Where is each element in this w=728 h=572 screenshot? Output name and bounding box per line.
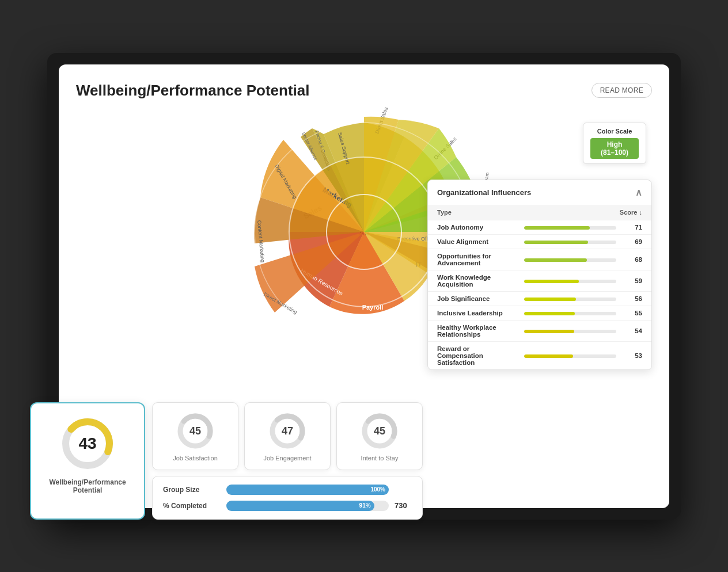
org-influencers-table: Type Score ↓ Job Autonomy 71 Value Align…: [428, 205, 651, 369]
collapse-icon[interactable]: ∧: [635, 187, 642, 198]
progress-section: Group Size 100% % Completed: [152, 476, 423, 520]
org-panel-header: Organizational Influencers ∧: [428, 180, 651, 205]
influencer-name: Opportunities for Advancement: [428, 249, 515, 270]
table-row: Work Knowledge Acquisition 59: [428, 270, 651, 291]
influencer-name: Job Autonomy: [428, 220, 515, 234]
bottom-overlay: 43 Wellbeing/Performance Potential: [30, 402, 423, 520]
satisfaction-label: Job Satisfaction: [173, 455, 218, 462]
table-row: Job Autonomy 71: [428, 220, 651, 234]
influencer-score: 71: [625, 220, 651, 234]
influencer-bar-bg: [524, 226, 616, 230]
completed-pct: 91%: [359, 502, 371, 509]
engagement-score: 47: [282, 425, 293, 437]
influencer-score: 59: [625, 270, 651, 291]
table-row: Opportunities for Advancement 68: [428, 249, 651, 270]
sub-metric-cards: 45 Job Satisfaction 47: [152, 402, 423, 470]
completed-count: 730: [395, 501, 412, 510]
influencer-bar-cell: [515, 341, 625, 369]
influencer-bar-bg: [524, 298, 616, 301]
influencer-bar-bg: [524, 330, 616, 333]
influencer-bar-fill: [524, 241, 587, 244]
influencer-score: 55: [625, 306, 651, 320]
influencer-name: Healthy Workplace Relationships: [428, 320, 515, 341]
sub-card-job-satisfaction: 45 Job Satisfaction: [152, 402, 238, 470]
influencer-score: 56: [625, 291, 651, 306]
table-row: Inclusive Leadership 55: [428, 306, 651, 320]
completed-fill: 91%: [226, 501, 374, 511]
influencer-bar-fill: [524, 258, 587, 262]
influencer-bar-cell: [515, 249, 625, 270]
influencer-bar-fill: [524, 330, 574, 333]
influencer-name: Job Significance: [428, 291, 515, 306]
influencer-name: Reward or Compensation Satisfaction: [428, 341, 515, 369]
color-scale-label: High: [607, 140, 623, 148]
table-row: Value Alignment 69: [428, 234, 651, 249]
intent-label: Intent to Stay: [361, 455, 399, 462]
table-row: Healthy Workplace Relationships 54: [428, 320, 651, 341]
influencer-bar-fill: [524, 312, 575, 315]
main-card: Wellbeing/Performance Potential READ MOR…: [59, 64, 669, 508]
group-size-fill: 100%: [226, 485, 389, 495]
satisfaction-donut: 45: [175, 411, 215, 451]
influencer-bar-cell: [515, 234, 625, 249]
influencer-bar-bg: [524, 241, 616, 244]
influencer-bar-cell: [515, 320, 625, 341]
org-influencers-panel: Organizational Influencers ∧ Type Score …: [427, 180, 652, 370]
influencer-bar-bg: [524, 280, 616, 283]
influencer-bar-fill: [524, 280, 578, 283]
influencer-score: 54: [625, 320, 651, 341]
group-size-label: Group Size: [163, 486, 221, 494]
satisfaction-score: 45: [189, 425, 201, 437]
completed-row: % Completed 91% 730: [163, 501, 412, 511]
org-panel-title: Organizational Influencers: [437, 188, 531, 197]
influencer-bar-fill: [524, 298, 576, 301]
color-scale-box: Color Scale High (81–100): [583, 123, 646, 164]
chart-area: All Sales Marketing IT Payroll Human Res…: [76, 105, 652, 359]
influencer-name: Inclusive Leadership: [428, 306, 515, 320]
color-scale-value: High (81–100): [590, 138, 639, 159]
sub-card-intent-to-stay: 45 Intent to Stay: [336, 402, 423, 470]
influencer-score: 53: [625, 341, 651, 369]
influencer-name: Value Alignment: [428, 234, 515, 249]
influencer-name: Work Knowledge Acquisition: [428, 270, 515, 291]
main-score-number: 43: [78, 434, 96, 453]
completed-label: % Completed: [163, 502, 221, 510]
group-size-row: Group Size 100%: [163, 485, 412, 495]
intent-donut: 45: [359, 411, 400, 451]
influencer-bar-bg: [524, 312, 616, 315]
influencer-bar-cell: [515, 270, 625, 291]
engagement-donut: 47: [267, 411, 308, 451]
influencer-bar-fill: [524, 354, 573, 358]
main-score-label: Wellbeing/Performance Potential: [43, 478, 132, 494]
group-size-bar: 100%: [226, 485, 389, 495]
completed-bar: 91%: [226, 501, 389, 511]
main-donut: 43: [59, 415, 116, 472]
screen-wrapper: Wellbeing/Performance Potential READ MOR…: [47, 53, 681, 520]
influencer-bar-fill: [524, 226, 590, 230]
color-scale-title: Color Scale: [590, 128, 639, 135]
type-col-header: Type: [428, 205, 515, 220]
influencer-bar-cell: [515, 291, 625, 306]
score-col-header[interactable]: Score ↓: [515, 205, 651, 220]
color-scale-range: (81–100): [601, 148, 628, 157]
influencer-bar-cell: [515, 220, 625, 234]
influencer-bar-bg: [524, 258, 616, 262]
influencer-bar-bg: [524, 354, 616, 358]
influencer-score: 69: [625, 234, 651, 249]
influencer-bar-cell: [515, 306, 625, 320]
card-header: Wellbeing/Performance Potential READ MOR…: [76, 82, 652, 100]
page-title: Wellbeing/Performance Potential: [76, 82, 310, 100]
table-row: Reward or Compensation Satisfaction 53: [428, 341, 651, 369]
table-row: Job Significance 56: [428, 291, 651, 306]
sub-card-job-engagement: 47 Job Engagement: [244, 402, 331, 470]
read-more-button[interactable]: READ MORE: [592, 83, 652, 98]
intent-score: 45: [374, 425, 385, 437]
influencer-score: 68: [625, 249, 651, 270]
main-score-card: 43 Wellbeing/Performance Potential: [30, 402, 145, 520]
engagement-label: Job Engagement: [263, 455, 311, 462]
group-size-pct: 100%: [370, 486, 385, 493]
